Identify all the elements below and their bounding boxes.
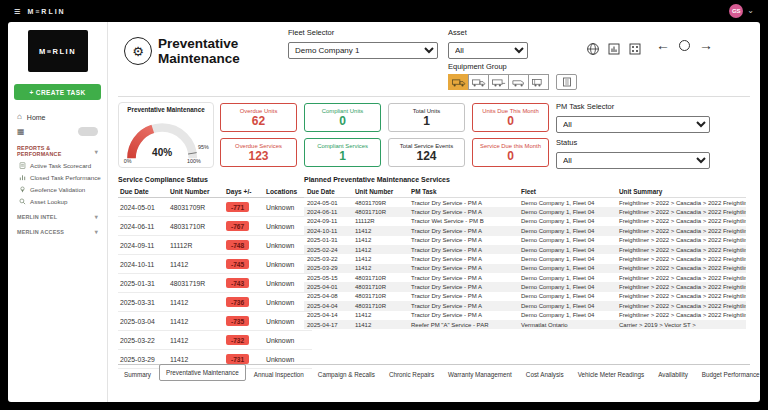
- table-row[interactable]: 2024-09-11 11112R Tractor Wet Service - …: [304, 217, 746, 226]
- cell-unit-number: 11112R: [352, 217, 408, 226]
- chevron-down-icon: ▾: [95, 228, 98, 235]
- cell-unit-number: 48031719R: [168, 274, 224, 293]
- table-row[interactable]: 2024-06-11 48031710R Tractor Dry Service…: [304, 207, 746, 216]
- truck-icon: [452, 78, 466, 87]
- next-arrow-icon[interactable]: →: [699, 38, 713, 52]
- table-row[interactable]: 2025-03-04 11412 -735 Unknown: [118, 312, 312, 331]
- cell-due-date: 2025-01-31: [118, 274, 168, 293]
- table-row[interactable]: 2025-01-31 48031719R -743 Unknown: [118, 274, 312, 293]
- table-row[interactable]: 2025-04-17 11412 Reefer PM "A" Service -…: [304, 320, 746, 329]
- table-row[interactable]: 2024-10-11 11412 -745 Unknown: [118, 255, 312, 274]
- create-task-button[interactable]: + CREATE TASK: [14, 84, 101, 100]
- cell-unit-summary: Freightliner > 2022 > Cascadia > 2022 Fr…: [616, 273, 746, 282]
- user-menu[interactable]: GS ⌄: [729, 4, 754, 18]
- tab-chronic-repairs[interactable]: Chronic Repairs: [383, 368, 440, 381]
- chart-report-icon[interactable]: [607, 42, 621, 56]
- tab-campaign-recalls[interactable]: Campaign & Recalls: [312, 368, 381, 381]
- column-header[interactable]: Due Date: [118, 186, 168, 198]
- stat-card-service-due-this-month: Service Due this Month 0: [472, 138, 549, 167]
- pm-task-selector[interactable]: All: [556, 116, 710, 133]
- section-label: MERLIN INTEL: [17, 214, 57, 220]
- table-row[interactable]: 2024-06-11 48031710R -767 Unknown: [118, 217, 312, 236]
- equipment-other-button[interactable]: [556, 74, 577, 90]
- tab-warranty-management[interactable]: Warranty Management: [442, 368, 518, 381]
- sidebar-item-asset-lookup[interactable]: Asset Lookup: [8, 195, 107, 207]
- pm-task-selector-field: PM Task Selector All: [556, 102, 710, 133]
- cell-fleet: Demo Company 1, Fleet 04: [518, 254, 616, 263]
- column-header[interactable]: PM Task: [408, 186, 518, 198]
- table-row[interactable]: 2025-03-31 11412 -736 Unknown: [118, 293, 312, 312]
- tab-budget-performance[interactable]: Budget Performance: [696, 368, 760, 381]
- table-row[interactable]: 2025-04-14 11412 Tractor Dry Service - P…: [304, 311, 746, 320]
- sidebar-item-closed-task-performance[interactable]: Closed Task Performance: [8, 171, 107, 183]
- table-row[interactable]: 2025-04-04 48031710R Tractor Dry Service…: [304, 301, 746, 310]
- cell-pm-task: Tractor Dry Service - PM A: [408, 264, 518, 273]
- equipment-type-button-3[interactable]: [488, 74, 509, 90]
- compliance-gauge-card: Preventative Maintenance 40% 95% 0% 100%: [118, 102, 214, 168]
- table-row[interactable]: 2025-03-22 11412 Tractor Dry Service - P…: [304, 254, 746, 263]
- sidebar-item-active-task-scorecard[interactable]: Active Task Scorecard: [8, 159, 107, 171]
- table-row[interactable]: 2024-09-11 11112R -748 Unknown: [118, 236, 312, 255]
- clipboard-icon: [19, 162, 26, 169]
- avatar[interactable]: GS: [729, 4, 743, 18]
- sidebar-section-merlin-access[interactable]: MERLIN ACCESS ▾: [8, 222, 107, 237]
- menu-icon[interactable]: ≡: [14, 6, 20, 17]
- tab-vehicle-meter-readings[interactable]: Vehicle Meter Readings: [572, 368, 651, 381]
- status-selector[interactable]: All: [556, 152, 710, 169]
- sidebar-logo-text: M≡RLIN: [39, 47, 76, 56]
- cell-due-date: 2025-04-04: [304, 301, 352, 310]
- tab-summary[interactable]: Summary: [118, 368, 157, 381]
- column-header[interactable]: Fleet: [518, 186, 616, 198]
- sidebar-toggle[interactable]: [78, 127, 98, 136]
- table-row[interactable]: 2024-05-01 48031709R Tractor Dry Service…: [304, 198, 746, 208]
- cell-unit-summary: Freightliner > 2022 > Cascadia > 2022 Fr…: [616, 245, 746, 254]
- prev-arrow-icon[interactable]: ←: [656, 38, 670, 52]
- cell-due-date: 2025-03-22: [118, 331, 168, 350]
- tab-availability[interactable]: Availability: [652, 368, 694, 381]
- table-row[interactable]: 2025-05-15 48031710R Tractor Dry Service…: [304, 273, 746, 282]
- equipment-type-button-4[interactable]: [508, 74, 529, 90]
- globe-icon[interactable]: [586, 42, 600, 56]
- page-indicator-icon[interactable]: [679, 40, 690, 51]
- sidebar-item-home[interactable]: ⌂ Home: [8, 110, 107, 124]
- cell-unit-number: 48031709R: [352, 198, 408, 208]
- export-icon[interactable]: [628, 42, 642, 56]
- sidebar-section-merlin-intel[interactable]: MERLIN INTEL ▾: [8, 207, 107, 222]
- equipment-type-button-1[interactable]: [448, 74, 469, 90]
- equipment-type-button-2[interactable]: [468, 74, 489, 90]
- tab-preventative-maintenance[interactable]: Preventative Maintenance: [159, 364, 246, 381]
- table-row[interactable]: 2025-01-31 11412 Tractor Dry Service - P…: [304, 236, 746, 245]
- cell-location: Unknown: [264, 331, 312, 350]
- column-header[interactable]: Due Date: [304, 186, 352, 198]
- column-header[interactable]: Unit Summary: [616, 186, 746, 198]
- asset-selector[interactable]: All: [448, 42, 528, 59]
- tab-cost-analysis[interactable]: Cost Analysis: [520, 368, 570, 381]
- table-row[interactable]: 2024-10-11 11412 Tractor Dry Service - P…: [304, 226, 746, 235]
- cell-unit-number: 11412: [168, 331, 224, 350]
- equipment-type-button-5[interactable]: [528, 74, 549, 90]
- column-header[interactable]: Unit Number: [352, 186, 408, 198]
- tab-annual-inspection[interactable]: Annual Inspection: [248, 368, 310, 381]
- table-row[interactable]: 2025-03-29 11412 Tractor Dry Service - P…: [304, 264, 746, 273]
- table-row[interactable]: 2025-03-22 11412 -732 Unknown: [118, 331, 312, 350]
- cell-fleet: Demo Company 1, Fleet 04: [518, 282, 616, 291]
- table-row[interactable]: 2025-02-24 11412 Tractor Dry Service - P…: [304, 245, 746, 254]
- table-row[interactable]: 2024-05-01 48031709R -771 Unknown: [118, 198, 312, 217]
- cell-due-date: 2024-10-11: [304, 226, 352, 235]
- fleet-selector[interactable]: Demo Company 1: [288, 42, 438, 59]
- cell-unit-number: 11112R: [168, 236, 224, 255]
- cell-due-date: 2024-06-11: [118, 217, 168, 236]
- cell-due-date: 2024-09-11: [118, 236, 168, 255]
- cell-unit-number: 48031709R: [168, 198, 224, 217]
- column-header[interactable]: Days +/-: [224, 186, 264, 198]
- van-icon: [512, 78, 526, 87]
- table-row[interactable]: 2025-04-08 48031710R Tractor Dry Service…: [304, 292, 746, 301]
- gauge-value: 40%: [152, 147, 172, 158]
- cell-pm-task: Tractor Dry Service - PM A: [408, 254, 518, 263]
- sidebar-item-dashboard[interactable]: ▦: [8, 124, 107, 139]
- sidebar-item-geofence-validation[interactable]: Geofence Validation: [8, 183, 107, 195]
- sidebar-section-reports[interactable]: REPORTS & PERFORMANCE ▾: [8, 139, 107, 159]
- days-badge: -745: [226, 259, 249, 269]
- table-row[interactable]: 2025-04-01 48031710R Tractor Dry Service…: [304, 282, 746, 291]
- column-header[interactable]: Unit Number: [168, 186, 224, 198]
